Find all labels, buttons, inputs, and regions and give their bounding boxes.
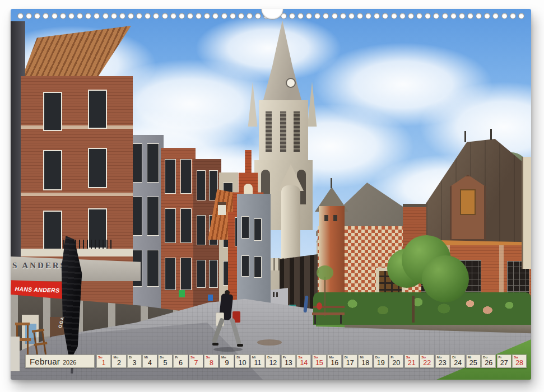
- calendar-day-cell: Do5: [158, 354, 173, 368]
- day-number: 16: [328, 359, 341, 367]
- calendar-day-cell: Sa21: [404, 354, 419, 368]
- city-photo-tournai: S ANDERS HANS ANDERS: [11, 9, 531, 380]
- calendar-day-cell: Di17: [343, 354, 357, 368]
- binding-hole: [348, 13, 355, 19]
- calendar-day-cell: Fr13: [281, 354, 296, 368]
- day-cells-row: So1Mo2Di3Mi4Do5Fr6Sa7So8Mo9Di10Mi11Do12F…: [96, 354, 527, 368]
- weekday-abbrev: Di: [129, 356, 132, 359]
- calendar-day-cell: So15: [312, 354, 327, 368]
- weekday-abbrev: Sa: [298, 356, 302, 359]
- weekday-abbrev: Mo: [437, 356, 442, 359]
- tree-trunk: [412, 296, 415, 323]
- binding-hole: [399, 13, 406, 19]
- binding-hole: [340, 13, 346, 19]
- turret-window: [333, 215, 337, 221]
- roof-dormer: [218, 202, 226, 215]
- calendar-day-cell: Do12: [266, 354, 280, 368]
- binding-hole: [17, 13, 24, 19]
- binding-hole: [77, 13, 83, 19]
- calendar-day-cell: So22: [420, 354, 434, 368]
- green-shop-sign: [179, 290, 185, 297]
- calendar-day-cell: Mo2: [111, 354, 126, 368]
- calendar-day-cell: So1: [96, 354, 111, 368]
- right-edge-house: [522, 157, 531, 269]
- calendar-day-cell: Mo16: [327, 354, 342, 368]
- weekday-abbrev: Di: [236, 356, 240, 359]
- day-number: 18: [359, 359, 372, 367]
- binding-hole: [518, 13, 524, 19]
- calendar-day-cell: So8: [204, 354, 218, 368]
- calendar-strip: Februar 2026 So1Mo2Di3Mi4Do5Fr6Sa7So8Mo9…: [25, 354, 527, 368]
- day-number: 13: [282, 359, 295, 367]
- binding-hole: [289, 13, 295, 19]
- weekday-abbrev: Sa: [514, 356, 518, 359]
- weekday-abbrev: So: [98, 356, 103, 359]
- weekday-abbrev: Di: [345, 356, 348, 359]
- calendar-day-cell: Mo23: [435, 354, 450, 368]
- pedestrian: [212, 288, 244, 353]
- binding-hole: [187, 13, 193, 19]
- day-number: 26: [482, 359, 495, 367]
- day-number: 21: [405, 359, 419, 367]
- pedestrian-shadow: [213, 347, 243, 352]
- calendar-page: S ANDERS HANS ANDERS: [11, 9, 531, 380]
- weekday-abbrev: Fr: [283, 356, 286, 359]
- weekday-abbrev: Do: [375, 356, 380, 359]
- binding-hole: [52, 13, 58, 19]
- manhole: [257, 339, 282, 346]
- calendar-day-cell: Mi18: [358, 354, 373, 368]
- distant-figure: [276, 292, 278, 297]
- binding-hole: [510, 13, 516, 19]
- weekday-abbrev: Mo: [221, 356, 226, 359]
- calendar-day-cell: Do19: [374, 354, 388, 368]
- binding-hole: [103, 13, 109, 19]
- day-number: 1: [97, 359, 110, 367]
- day-number: 4: [143, 359, 156, 367]
- roof-finial: [490, 129, 492, 140]
- weekday-abbrev: Fr: [499, 356, 502, 359]
- day-number: 2: [112, 359, 125, 367]
- weekday-abbrev: So: [421, 356, 426, 359]
- bench: [311, 304, 348, 327]
- binding-hole: [357, 13, 363, 19]
- binding-hole: [467, 13, 473, 19]
- binding-hole: [111, 13, 117, 19]
- month-name: Februar: [30, 357, 60, 366]
- calendar-day-cell: Sa28: [512, 354, 527, 368]
- binding-hole: [179, 13, 185, 19]
- binding-hole: [450, 13, 457, 19]
- calendar-day-cell: Sa7: [189, 354, 203, 368]
- belfry-pinnacle: [245, 82, 260, 127]
- weekday-abbrev: Do: [483, 356, 487, 359]
- day-number: 27: [497, 359, 511, 367]
- facade-brick: [161, 148, 196, 313]
- day-number: 3: [128, 359, 141, 367]
- dormer-shutter-window: [460, 189, 476, 215]
- stone-band: [21, 193, 133, 196]
- weekday-abbrev: So: [206, 356, 210, 359]
- binding-hole: [408, 13, 414, 19]
- binding-hole: [128, 13, 134, 19]
- binding-hole: [221, 13, 227, 19]
- weekday-abbrev: Di: [452, 356, 455, 359]
- red-bag-on-bench: [317, 302, 322, 310]
- calendar-day-cell: Mi25: [466, 354, 481, 368]
- pedestrian-shoe: [212, 343, 218, 346]
- day-number: 10: [235, 359, 249, 367]
- tree-foliage: [422, 255, 469, 302]
- weekday-abbrev: So: [314, 356, 318, 359]
- day-number: 22: [420, 359, 434, 367]
- calendar-day-cell: Di3: [127, 354, 142, 368]
- day-number: 6: [174, 359, 187, 367]
- belfry-louvre: [266, 111, 272, 152]
- distant-figure: [273, 292, 275, 297]
- belfry-spire: [254, 20, 310, 104]
- month-label-box: Februar 2026: [25, 354, 95, 368]
- calendar-day-cell: Fr6: [173, 354, 188, 368]
- binding-hole: [162, 13, 168, 19]
- weekday-abbrev: Mi: [144, 356, 148, 359]
- binding-hole: [247, 13, 253, 19]
- day-number: 28: [513, 359, 526, 367]
- belfry-louvre: [294, 111, 300, 152]
- binding-hole: [170, 13, 176, 19]
